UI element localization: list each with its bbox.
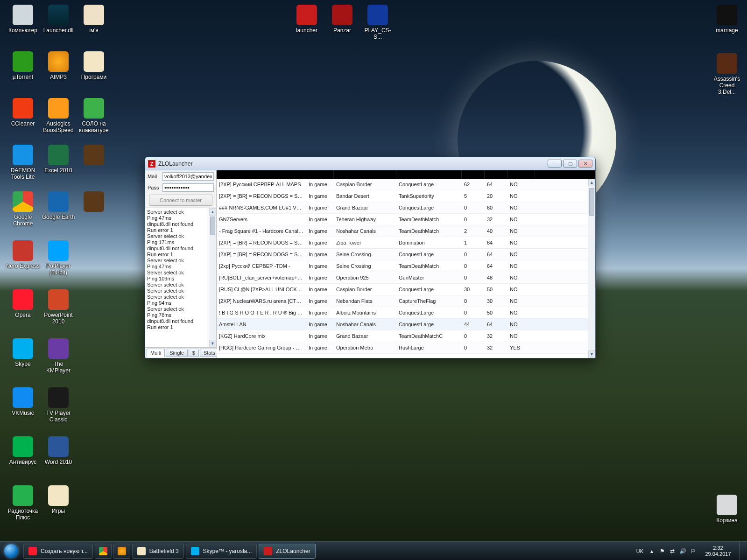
- tray-chevron-icon[interactable]: ▴: [648, 547, 655, 555]
- server-row[interactable]: [RU]BOLT_clan_server+votemap+votIn gameO…: [217, 272, 588, 284]
- desktop-icon-km[interactable]: The KMPlayer: [41, 338, 76, 374]
- cell-name: [2XP] Русский СЕРВЕР-ALL MAPS-: [217, 182, 306, 187]
- desktop-icon-aimp3[interactable]: AIMP3: [41, 51, 76, 80]
- desktop-icon-trash[interactable]: Корзина: [710, 495, 744, 524]
- show-desktop-button[interactable]: [740, 542, 745, 560]
- desktop-icon-auslogics[interactable]: Auslogics BoostSpeed: [41, 98, 76, 133]
- scroll-down-icon[interactable]: ▼: [588, 350, 595, 358]
- server-row[interactable]: [2XP] = [BR] = RECON DOGS = SPTZ =In gam…: [217, 190, 588, 202]
- desktop-icon-skype[interactable]: Skype: [6, 338, 40, 367]
- tab-single[interactable]: Single: [166, 349, 188, 357]
- server-row[interactable]: [2XP] NuclearWARS.ru arena [CTF|HAIn gam…: [217, 295, 588, 307]
- app-icon: Z: [148, 160, 155, 168]
- start-button[interactable]: [0, 542, 22, 560]
- desktop-icon-potplayer[interactable]: PotPlayer (64-bit): [41, 240, 76, 276]
- server-row[interactable]: - Frag Square #1 - Hardcore Canals TDIn …: [217, 225, 588, 237]
- desktop-icon-pp[interactable]: PowerPoint 2010: [41, 289, 76, 325]
- desktop-icon-ac3[interactable]: Assassin's Creed 3.Del...: [710, 53, 744, 95]
- server-row[interactable]: [2XP] = [BR] = RECON DOGS = SPTZ =In gam…: [217, 249, 588, 260]
- server-row[interactable]: ! B I G S H O O T E R . R U ® Big ConquI…: [217, 307, 588, 319]
- desktop-icon-excel[interactable]: Excel 2010: [41, 145, 76, 174]
- scroll-thumb[interactable]: [210, 217, 215, 235]
- desktop-icon-gearth[interactable]: Google Earth: [41, 191, 76, 220]
- desktop-icon-launcher[interactable]: launcher: [289, 5, 324, 34]
- language-indicator[interactable]: UK: [634, 548, 645, 554]
- desktop-icon-imya[interactable]: ім'я: [77, 5, 111, 34]
- taskbar-item-opera[interactable]: Создать новую т...: [23, 544, 93, 559]
- maximize-button[interactable]: ▢: [563, 160, 577, 168]
- mail-input[interactable]: [162, 172, 214, 181]
- desktop-icon-solo[interactable]: СОЛО на клавиатуре: [77, 98, 111, 133]
- taskbar-item-aimp[interactable]: [113, 544, 130, 559]
- desktop-icon-nero[interactable]: Nero Express: [6, 240, 40, 269]
- cell-name: [2XP] NuclearWARS.ru arena [CTF|HA: [217, 298, 306, 304]
- tab-$[interactable]: $: [189, 349, 199, 357]
- server-row[interactable]: [2XP] Русский СЕРВЕР-ALL MAPS-In gameCas…: [217, 179, 588, 190]
- scroll-thumb[interactable]: [589, 188, 594, 216]
- server-row[interactable]: Amstel-LANIn gameNoshahar CanalsConquest…: [217, 319, 588, 330]
- tray-security-icon[interactable]: ⚑: [658, 547, 666, 555]
- taskbar-clock[interactable]: 2:32 29.04.2017: [699, 545, 737, 557]
- desktop-icon-opera[interactable]: Opera: [6, 289, 40, 318]
- titlebar[interactable]: Z ZLOLauncher — ▢ ✕: [145, 157, 595, 170]
- desktop-icon-radio[interactable]: Радиоточка Плюс: [6, 485, 40, 521]
- desktop-icon-games[interactable]: Игры: [41, 485, 76, 514]
- taskbar-item-chrome[interactable]: [95, 544, 112, 559]
- desktop-icon-panzar[interactable]: Panzar: [325, 5, 359, 34]
- icon-label: Nero Express: [6, 263, 40, 269]
- taskbar-item-skype[interactable]: Skype™ - yarosla...: [186, 544, 257, 559]
- desktop-icon-vkmusic[interactable]: VKMusic: [6, 387, 40, 416]
- taskbar-item-zlo[interactable]: ZLOLauncher: [259, 544, 315, 559]
- server-row[interactable]: [RUS] CL@N [2XP>ALL UNLOCKED>AlIn gameCa…: [217, 284, 588, 295]
- desktop-icon-launcherdll[interactable]: Launcher.dll: [41, 5, 76, 34]
- desktop-icon-utorrent[interactable]: µTorrent: [6, 51, 40, 80]
- desktop-icon-chrome[interactable]: Google Chrome: [6, 191, 40, 227]
- desktop-icon-misc2[interactable]: [77, 191, 111, 214]
- log-line: dinput8.dll not found: [147, 245, 207, 252]
- tray-volume-icon[interactable]: 🔊: [679, 547, 686, 555]
- cell-name: GNZServers: [217, 217, 306, 222]
- desktop-icon-playcs[interactable]: PLAY_CS-S...: [360, 5, 395, 40]
- log-scrollbar[interactable]: ▲ ▼: [209, 208, 216, 347]
- system-tray[interactable]: UK ▴ ⚑ ⇄ 🔊 ⚐ 2:32 29.04.2017: [633, 542, 747, 560]
- server-row[interactable]: GNZServersIn gameTeheran HighwayTeamDeat…: [217, 214, 588, 225]
- server-row[interactable]: [HGG] Hardcore Gaming Group - Rush/AIn g…: [217, 342, 588, 354]
- desktop-icon-programs[interactable]: Програми: [77, 51, 111, 80]
- table-header[interactable]: [217, 170, 595, 179]
- scroll-up-icon[interactable]: ▲: [588, 179, 595, 186]
- cell-state: In game: [306, 275, 334, 280]
- minimize-button[interactable]: —: [548, 160, 562, 168]
- close-button[interactable]: ✕: [578, 160, 592, 168]
- desktop-icon-computer[interactable]: Компьютер: [6, 5, 40, 34]
- log-line: Run error 1: [147, 252, 207, 258]
- table-scrollbar[interactable]: ▲ ▼: [588, 179, 595, 358]
- zlo-icon: [264, 547, 272, 555]
- desktop-icon-marriage[interactable]: marriage: [710, 5, 744, 34]
- scroll-down-icon[interactable]: ▼: [209, 340, 216, 347]
- server-row[interactable]: [KGZ] HardCore mixIn gameGrand BazaarTea…: [217, 330, 588, 342]
- icon-label: Skype: [6, 361, 40, 367]
- desktop-icon-misc1[interactable]: [77, 145, 111, 167]
- tray-network-icon[interactable]: ⇄: [669, 547, 676, 555]
- tray-action-center-icon[interactable]: ⚐: [689, 547, 697, 555]
- server-row[interactable]: [2xp] Русский СЕРВЕР -TDM -In gameSeine …: [217, 260, 588, 272]
- cell-max: 60: [485, 205, 507, 210]
- cell-map: Seine Crossing: [334, 252, 396, 257]
- cell-max: 50: [485, 310, 507, 315]
- desktop-icon-ccleaner[interactable]: CCleaner: [6, 98, 40, 127]
- desktop-icon-daemon[interactable]: DAEMON Tools Lite: [6, 145, 40, 180]
- tab-stats[interactable]: Stats: [200, 349, 219, 357]
- launcher-icon: [296, 5, 317, 25]
- cell-pb: NO: [507, 252, 535, 257]
- server-row[interactable]: [2XP] = [BR] = RECON DOGS = SPTZ =In gam…: [217, 237, 588, 249]
- connect-button[interactable]: Connect to master: [149, 195, 212, 206]
- tab-multi[interactable]: Multi: [147, 349, 165, 357]
- desktop-icon-word[interactable]: Word 2010: [41, 436, 76, 465]
- scroll-up-icon[interactable]: ▲: [209, 208, 216, 216]
- icon-label: СОЛО на клавиатуре: [77, 120, 111, 133]
- server-row[interactable]: ### NRNS-GAMES.COM EU#1 VOTEKIn gameGran…: [217, 202, 588, 214]
- taskbar-item-bf3[interactable]: Battlefield 3: [132, 544, 184, 559]
- pass-input[interactable]: [162, 183, 214, 192]
- desktop-icon-av[interactable]: Антивирус: [6, 436, 40, 465]
- desktop-icon-tvp[interactable]: TV Player Classic: [41, 387, 76, 423]
